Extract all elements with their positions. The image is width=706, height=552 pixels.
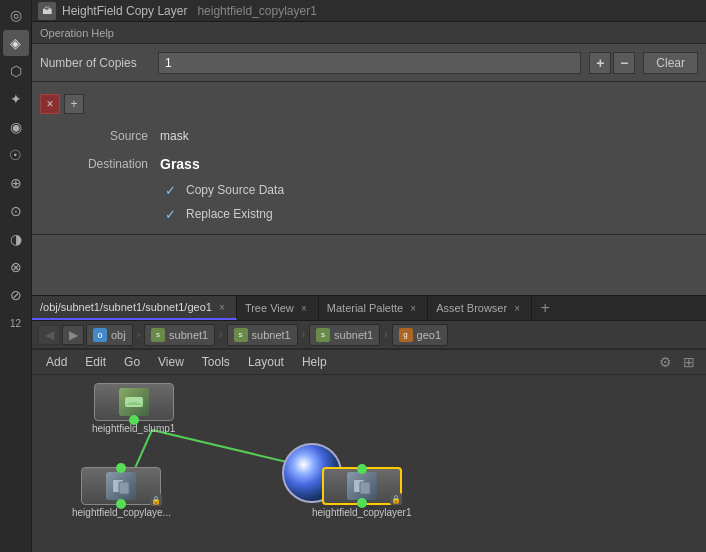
node-graph-area[interactable]: heightfield_slump1 🔒 heightfield_copylay…: [32, 375, 706, 552]
forward-button[interactable]: ▶: [62, 325, 84, 345]
destination-row: Destination Grass: [32, 150, 706, 178]
plus-minus-group: + −: [589, 52, 635, 74]
top-bar: 🏔 HeightField Copy Layer heightfield_cop…: [32, 0, 706, 22]
slump1-output-connector: [129, 415, 139, 425]
node-heightfield-copylayer-a[interactable]: 🔒 heightfield_copylaye...: [72, 467, 171, 518]
breadcrumb-subnet1-3[interactable]: s subnet1: [309, 324, 380, 346]
properties-panel: × + Source mask Destination Grass ✓ Copy…: [32, 82, 706, 235]
chevron-4: ›: [382, 329, 389, 340]
left-toolbar: ◎ ◈ ⬡ ✦ ◉ ☉ ⊕ ⊙ ◑ ⊗ ⊘ 12: [0, 0, 32, 552]
spacer-area: [32, 235, 706, 295]
tab-material-palette[interactable]: Material Palette ×: [319, 296, 428, 320]
tab-close-asset-browser[interactable]: ×: [511, 302, 523, 314]
copylayer-a-output-connector: [116, 499, 126, 509]
tab-add-button[interactable]: +: [532, 296, 558, 320]
copylayer-a-input-connector: [116, 463, 126, 473]
menu-edit[interactable]: Edit: [77, 351, 114, 373]
replace-existing-label: Replace Existng: [186, 207, 273, 221]
plus-button[interactable]: +: [589, 52, 611, 74]
toolbar-icon-home[interactable]: ◎: [3, 2, 29, 28]
toolbar-icon-circle[interactable]: ◉: [3, 114, 29, 140]
back-button[interactable]: ◀: [38, 325, 60, 345]
geo1-icon: g: [399, 328, 413, 342]
toolbar-icon-sun[interactable]: ☉: [3, 142, 29, 168]
chevron-1: ›: [135, 329, 142, 340]
tab-asset-browser[interactable]: Asset Browser ×: [428, 296, 532, 320]
tab-close-material-palette[interactable]: ×: [407, 302, 419, 314]
num-copies-label: Number of Copies: [40, 56, 150, 70]
breadcrumb-subnet1-2[interactable]: s subnet1: [227, 324, 298, 346]
chevron-3: ›: [300, 329, 307, 340]
destination-label: Destination: [40, 157, 160, 171]
source-row: Source mask: [32, 122, 706, 150]
node-box-copylayer-a[interactable]: 🔒: [81, 467, 161, 505]
copylayer1-input-connector: [357, 464, 367, 474]
svg-rect-6: [360, 482, 370, 494]
replace-existing-checkbox[interactable]: ✓: [162, 206, 178, 222]
num-copies-row: Number of Copies + − Clear: [32, 44, 706, 82]
toolbar-icon-view[interactable]: ◈: [3, 30, 29, 56]
toolbar-icon-star[interactable]: ✦: [3, 86, 29, 112]
subnet1-icon-3: s: [316, 328, 330, 342]
toolbar-icon-plus-circle[interactable]: ⊕: [3, 170, 29, 196]
subnet1-icon-2: s: [234, 328, 248, 342]
copy-source-label: Copy Source Data: [186, 183, 284, 197]
window-title: HeightField Copy Layer heightfield_copyl…: [62, 4, 317, 18]
node-box-copylayer1[interactable]: 🔒: [322, 467, 402, 505]
copylayer1-output-connector: [357, 498, 367, 508]
source-value: mask: [160, 129, 189, 143]
toolbar-icon-12[interactable]: 12: [3, 310, 29, 336]
copylayer1-lock: 🔒: [390, 493, 402, 505]
minus-button[interactable]: −: [613, 52, 635, 74]
menu-go[interactable]: Go: [116, 351, 148, 373]
copylayer1-icon: [347, 472, 377, 500]
close-mini-button[interactable]: ×: [40, 94, 60, 114]
tab-close-geo1[interactable]: ×: [216, 301, 228, 313]
destination-value: Grass: [160, 156, 200, 172]
toolbar-icon-dot-circle[interactable]: ⊙: [3, 198, 29, 224]
tab-tree-view[interactable]: Tree View ×: [237, 296, 319, 320]
num-copies-input[interactable]: [158, 52, 581, 74]
clear-button[interactable]: Clear: [643, 52, 698, 74]
main-area: 🏔 HeightField Copy Layer heightfield_cop…: [32, 0, 706, 552]
operation-label: Operation Help: [40, 27, 114, 39]
expand-mini-button[interactable]: +: [64, 94, 84, 114]
node-heightfield-copylayer1[interactable]: 🔒 heightfield_copylayer1: [312, 467, 412, 518]
grid-icon[interactable]: ⊞: [678, 351, 700, 373]
svg-rect-4: [119, 482, 129, 494]
mini-toolbar: × +: [32, 90, 706, 122]
replace-existing-row[interactable]: ✓ Replace Existng: [32, 202, 706, 226]
copy-source-checkbox[interactable]: ✓: [162, 182, 178, 198]
menu-tools[interactable]: Tools: [194, 351, 238, 373]
node-box-slump1[interactable]: [94, 383, 174, 421]
chevron-2: ›: [217, 329, 224, 340]
copylayer1-label: heightfield_copylayer1: [312, 507, 412, 518]
breadcrumb-obj[interactable]: o obj: [86, 324, 133, 346]
toolbar-icon-half-circle[interactable]: ◑: [3, 226, 29, 252]
menu-layout[interactable]: Layout: [240, 351, 292, 373]
menu-view[interactable]: View: [150, 351, 192, 373]
operation-bar: Operation Help: [32, 22, 706, 44]
menu-add[interactable]: Add: [38, 351, 75, 373]
subnet1-icon-1: s: [151, 328, 165, 342]
app-logo: 🏔: [38, 2, 56, 20]
node-heightfield-slump1[interactable]: heightfield_slump1: [92, 383, 175, 434]
tab-bar: /obj/subnet1/subnet1/subnet1/geo1 × Tree…: [32, 295, 706, 321]
toolbar-icon-cross-circle[interactable]: ⊗: [3, 254, 29, 280]
menu-help[interactable]: Help: [294, 351, 335, 373]
copy-source-data-row[interactable]: ✓ Copy Source Data: [32, 178, 706, 202]
tab-geo1[interactable]: /obj/subnet1/subnet1/subnet1/geo1 ×: [32, 296, 237, 320]
copylayer-a-icon: [106, 472, 136, 500]
toolbar-icon-hex[interactable]: ⬡: [3, 58, 29, 84]
breadcrumb-geo1[interactable]: g geo1: [392, 324, 448, 346]
source-label: Source: [40, 129, 160, 143]
toolbar-icon-slash-circle[interactable]: ⊘: [3, 282, 29, 308]
tab-close-tree-view[interactable]: ×: [298, 302, 310, 314]
settings-icon[interactable]: ⚙: [654, 351, 676, 373]
slump1-icon: [119, 388, 149, 416]
breadcrumb-bar: ◀ ▶ o obj › s subnet1 › s subnet1 › s su…: [32, 321, 706, 349]
menu-bar: Add Edit Go View Tools Layout Help ⚙ ⊞: [32, 349, 706, 375]
breadcrumb-subnet1-1[interactable]: s subnet1: [144, 324, 215, 346]
obj-icon: o: [93, 328, 107, 342]
copylayer-a-lock: 🔒: [150, 494, 162, 506]
